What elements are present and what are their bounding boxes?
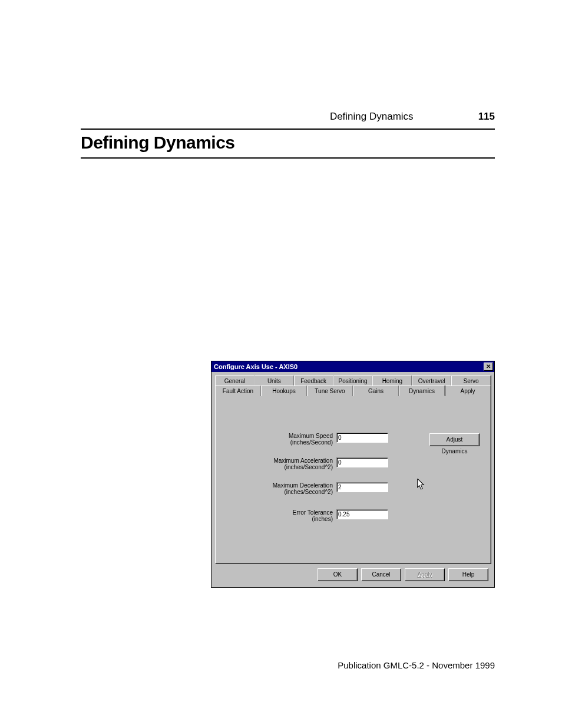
tab-panel: Maximum Speed (inches/Second) Maximum Ac… [215,396,491,564]
tab-general[interactable]: General [215,375,254,386]
tab-hookups[interactable]: Hookups [261,386,307,396]
tab-dynamics[interactable]: Dynamics [399,386,445,396]
tab-apply[interactable]: Apply [445,386,491,396]
tab-row-back: General Units Feedback Positioning Homin… [215,375,491,386]
apply-button[interactable]: Apply [405,568,445,581]
field-max-speed: Maximum Speed (inches/Second) [248,433,388,446]
publication-footer: Publication GMLC-5.2 - November 1999 [338,660,495,670]
dialog-title: Configure Axis Use - AXIS0 [214,363,297,370]
page-title: Defining Dynamics [81,133,495,159]
titlebar[interactable]: Configure Axis Use - AXIS0 ✕ [211,361,494,372]
label-max-decel: Maximum Deceleration (inches/Second^2) [248,482,336,495]
cancel-button[interactable]: Cancel [361,568,401,581]
input-max-accel[interactable] [336,457,388,467]
adjust-dynamics-button[interactable]: Adjust Dynamics [429,433,480,446]
tab-overtravel[interactable]: Overtravel [412,375,451,386]
help-button[interactable]: Help [448,568,488,581]
tab-units[interactable]: Units [254,375,294,386]
label-max-accel: Maximum Acceleration (inches/Second^2) [248,457,336,470]
tab-row-front: Fault Action Hookups Tune Servo Gains Dy… [215,386,491,396]
tab-gains[interactable]: Gains [353,386,399,396]
tab-feedback[interactable]: Feedback [294,375,333,386]
dialog-button-row: OK Cancel Apply Help [211,564,494,587]
page-number: 115 [478,111,495,123]
label-error-tolerance: Error Tolerance (inches) [248,509,336,522]
tab-tune-servo[interactable]: Tune Servo [307,386,353,396]
field-max-decel: Maximum Deceleration (inches/Second^2) [248,482,388,495]
running-head: Defining Dynamics [330,111,414,123]
input-max-decel[interactable] [336,482,388,492]
field-error-tolerance: Error Tolerance (inches) [248,509,388,522]
dialog-configure-axis: Configure Axis Use - AXIS0 ✕ General Uni… [211,361,495,588]
close-icon[interactable]: ✕ [484,363,493,371]
ok-button[interactable]: OK [318,568,358,581]
tab-homing[interactable]: Homing [372,375,412,386]
tab-servo[interactable]: Servo [451,375,491,386]
tab-fault-action[interactable]: Fault Action [215,386,261,396]
page-header: Defining Dynamics 115 [81,111,495,130]
label-max-speed: Maximum Speed (inches/Second) [248,433,336,446]
input-error-tolerance[interactable] [336,509,388,519]
input-max-speed[interactable] [336,433,388,443]
tab-positioning[interactable]: Positioning [333,375,373,386]
field-max-accel: Maximum Acceleration (inches/Second^2) [248,457,388,470]
